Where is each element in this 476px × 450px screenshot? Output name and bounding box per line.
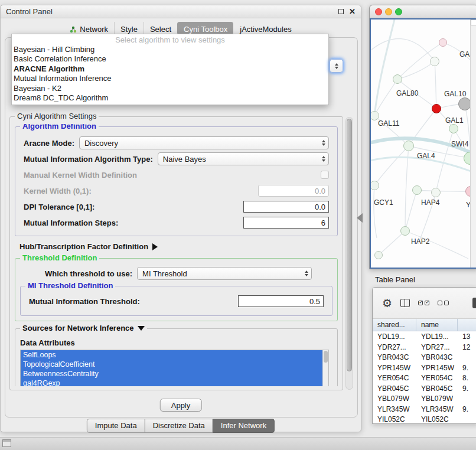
graph-node[interactable] [412,185,422,195]
control-panel-tab[interactable]: Network [64,22,114,35]
graph-node[interactable] [431,188,441,197]
table-cell: YLR345W [373,404,416,415]
table-toolbar: ⚙ [373,288,476,319]
control-panel-tab[interactable]: jActiveModules [233,22,297,35]
algorithm-option[interactable]: ARACNE Algorithm [12,64,328,74]
select-all-icon[interactable] [418,301,429,305]
dpi-tolerance-label: DPI Tolerance [0,1]: [24,203,94,211]
float-window-icon[interactable] [338,9,344,14]
which-threshold-select[interactable]: MI Threshold [137,267,312,280]
graph-node[interactable] [432,104,441,113]
expanded-arrow-icon[interactable] [138,326,145,331]
clipped-toolbar-icon[interactable] [472,298,476,308]
column-header[interactable] [458,319,476,331]
mi-threshold-field[interactable]: 0.5 [238,295,324,307]
hub-definition-toggle[interactable]: Hub/Transcription Factor Definition [19,242,338,251]
column-header[interactable]: name [416,319,458,331]
collapsed-arrow-icon[interactable] [152,243,158,250]
aracne-mode-value: Discovery [84,139,319,148]
control-panel-tab[interactable]: Style [114,22,144,35]
bottom-tab[interactable]: Discretize Data [145,419,213,433]
algorithm-option[interactable]: Mutual Information Inference [12,74,328,83]
algorithm-combo-button[interactable] [330,59,343,73]
algorithm-option[interactable]: Basic Correlation Inference [12,54,328,64]
attribute-item[interactable]: TopologicalCoefficient [21,360,322,369]
attribute-item[interactable]: SelfLoops [21,350,322,360]
graph-node[interactable] [374,251,383,259]
table-row[interactable]: YLR345W YLR345W 9. [373,404,476,415]
zoom-traffic-light[interactable] [395,8,402,15]
kernel-width-field[interactable]: 0.0 [258,185,329,197]
column-layout-icon[interactable] [400,299,410,307]
column-header[interactable]: shared... [373,319,416,331]
algorithm-option[interactable]: Bayesian - K2 [12,84,328,93]
minimized-panel-icon[interactable] [2,439,11,447]
scrollbar-thumb[interactable] [324,351,328,363]
control-panel-tab[interactable]: Cyni Toolbox [177,22,233,35]
table-row[interactable]: YBL079W YBL079W [373,393,476,404]
attribute-item[interactable]: gal4RGexp [21,379,322,386]
table-row[interactable]: YER054C YER054C 8. [373,373,476,383]
settings-gear-icon[interactable]: ⚙ [382,298,392,309]
minimize-traffic-light[interactable] [385,8,392,15]
algorithm-definition-title: Algorithm Definition [20,124,99,131]
table-row[interactable]: YIL052C YIL052C [373,414,476,424]
graph-node[interactable] [400,226,410,236]
table-row[interactable]: YBR045C YBR045C 9. [373,383,476,394]
manual-kernel-checkbox[interactable] [321,171,329,179]
table-cell: YER054C [416,373,458,383]
aracne-mode-select[interactable]: Discovery [79,136,329,149]
which-threshold-row: Which threshold to use: MI Threshold [20,267,332,280]
apply-button[interactable]: Apply [160,399,202,412]
scrollbar-button[interactable] [471,19,476,25]
graph-node[interactable] [430,57,439,66]
tab-label: Style [120,25,138,34]
control-panel-tab[interactable]: Select [144,22,177,35]
bottom-tab[interactable]: Impute Data [87,419,145,433]
close-icon[interactable]: ✕ [349,8,356,15]
scrollbar-thumb[interactable] [347,119,352,371]
network-canvas[interactable]: GALGAL80GAL10GAL11GAL1SWI4GAL4GCY1HAP4YH… [371,19,470,268]
table-cell: YER054C [373,373,416,383]
table-row[interactable]: YPR145W YPR145W 9. [373,363,476,373]
algorithm-option[interactable]: Dream8 DC_TDC Algorithm [12,93,328,103]
panel-collapse-arrow[interactable] [357,213,363,223]
settings-scrollbar[interactable] [345,117,353,390]
attributes-list[interactable]: SelfLoops TopologicalCoefficient Between… [20,350,329,386]
attributes-vertical-scrollbar[interactable] [322,350,328,386]
sources-title[interactable]: Sources for Network Inference [20,324,147,332]
attribute-item[interactable]: BetweennessCentrality [21,369,322,379]
mi-threshold-label: Mutual Information Threshold: [29,297,140,306]
aracne-mode-label: Aracne Mode: [24,139,74,148]
graph-node[interactable] [439,38,447,47]
graph-node[interactable] [458,97,470,110]
network-view-window: GALGAL80GAL10GAL11GAL1SWI4GAL4GCY1HAP4YH… [369,5,476,269]
table-cell: YBL079W [416,393,458,404]
node-label: GAL1 [445,116,464,125]
which-threshold-label: Which threshold to use: [45,269,132,278]
table-row[interactable]: YDL19... YDL19... 13 [373,331,476,342]
table-cell: 13 [458,331,476,342]
graph-node[interactable] [393,74,402,84]
table-cell [458,414,476,424]
chevron-updown-icon [302,270,308,276]
table-cell: 9. [458,363,476,373]
network-vertical-scrollbar[interactable] [470,19,476,268]
table-cell [458,393,476,404]
mi-steps-field[interactable]: 6 [243,217,329,229]
group-title: Cyni Algorithm Settings [15,112,99,120]
bottom-tab[interactable]: Infer Network [213,419,275,433]
node-label: GAL11 [378,119,399,128]
table-cell: 8. [458,373,476,383]
dpi-tolerance-field[interactable]: 0.0 [243,201,329,213]
algorithm-option[interactable]: Bayesian - Hill Climbing [12,45,328,54]
graph-node[interactable] [403,141,414,151]
node-label: GCY1 [374,198,393,207]
mi-algorithm-select[interactable]: Naive Bayes [158,152,329,165]
table-row[interactable]: YDR27... YDR27... 12 [373,342,476,353]
close-traffic-light[interactable] [375,8,382,15]
deselect-all-icon[interactable] [438,301,449,305]
bottom-tab-bar: Impute Data Discretize Data Infer Networ… [87,419,275,433]
graph-node[interactable] [449,124,458,133]
table-row[interactable]: YBR043C YBR043C [373,352,476,363]
